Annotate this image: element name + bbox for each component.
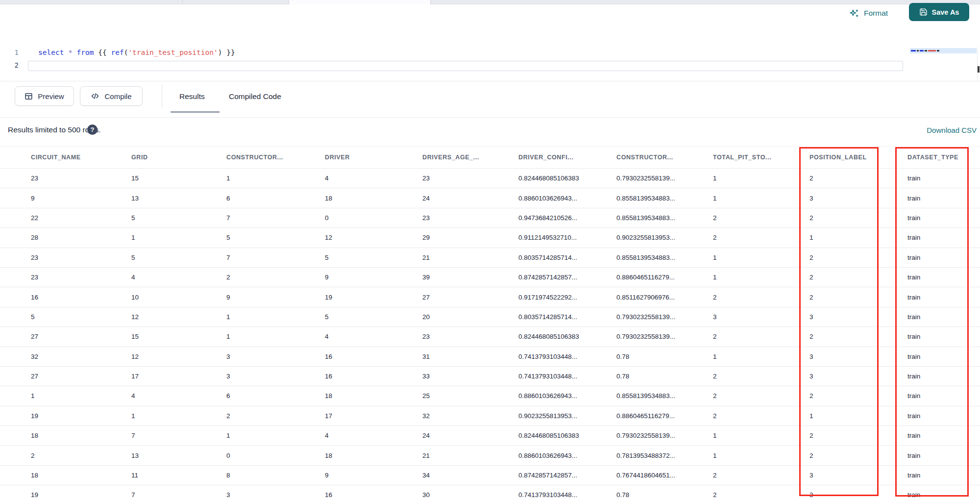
table-cell: 0.78 [586, 366, 682, 386]
table-cell: 4 [100, 267, 196, 287]
table-cell: 2 [0, 446, 100, 465]
table-cell: 33 [392, 366, 488, 386]
table-cell: 3 [196, 347, 294, 366]
table-row: 191217320.9023255813953...0.886046511627… [0, 406, 980, 425]
table-grid-icon [24, 92, 33, 100]
table-cell: 23 [392, 208, 488, 227]
table-cell: 29 [392, 228, 488, 248]
code-token-brace: {{ [98, 49, 106, 56]
table-row: 181189340.8742857142857...0.767441860465… [0, 465, 980, 485]
code-token-plain [94, 49, 98, 56]
sql-editor[interactable]: 1 2 select * from {{ ref('train_test_pos… [0, 24, 980, 81]
table-cell: 0.9112149532710... [488, 228, 586, 248]
table-cell: 12 [100, 347, 196, 366]
editor-scrollbar[interactable] [978, 66, 980, 73]
table-cell: 9 [196, 287, 294, 307]
table-cell: 1 [682, 248, 779, 267]
table-cell: 2 [779, 426, 877, 446]
table-cell: 0.824468085106383 [488, 426, 586, 446]
table-row: 14618250.8860103626943...0.8558139534883… [0, 386, 980, 406]
table-cell: 19 [0, 485, 100, 500]
table-cell: 15 [100, 169, 196, 188]
download-csv-link[interactable]: Download CSV [927, 126, 977, 134]
sparkles-icon [849, 8, 859, 19]
column-header: DRIVER [294, 147, 392, 169]
table-cell: 0.9473684210526... [488, 208, 586, 227]
table-cell: train [877, 406, 980, 425]
table-cell: 9 [294, 267, 392, 287]
table-cell: 0.9171974522292... [488, 287, 586, 307]
editor-right-border [977, 47, 978, 81]
table-cell: 18 [294, 446, 392, 465]
table-cell: 9 [0, 188, 100, 208]
table-row: 18714240.8244680851063830.7930232558139.… [0, 426, 980, 446]
table-cell: 3 [779, 188, 877, 208]
table-cell: train [877, 208, 980, 227]
table-cell: 0.8860103626943... [488, 188, 586, 208]
table-cell: train [877, 446, 980, 465]
table-cell: 2 [682, 228, 779, 248]
table-cell: train [877, 366, 980, 386]
table-cell: 18 [294, 386, 392, 406]
table-cell: 1 [682, 446, 779, 465]
table-cell: train [877, 327, 980, 347]
table-cell: 0.7413793103448... [488, 485, 586, 500]
table-cell: 1 [779, 406, 877, 425]
table-cell: train [877, 228, 980, 248]
code-minimap[interactable] [910, 48, 977, 81]
table-cell: 2 [682, 287, 779, 307]
table-cell: 16 [294, 485, 392, 500]
minimap-code-preview [910, 48, 977, 53]
table-cell: 32 [0, 347, 100, 366]
table-cell: train [877, 287, 980, 307]
table-cell: 0.8035714285714... [488, 248, 586, 267]
table-cell: 0.8035714285714... [488, 307, 586, 326]
code-token-plain [73, 49, 77, 56]
table-cell: 5 [0, 307, 100, 326]
table-row: 22570230.9473684210526...0.8558139534883… [0, 208, 980, 227]
code-token-keyword: from [77, 49, 94, 56]
table-cell: 24 [392, 188, 488, 208]
table-cell: 17 [100, 366, 196, 386]
table-row: 913618240.8860103626943...0.855813953488… [0, 188, 980, 208]
compile-button[interactable]: Compile [80, 86, 143, 106]
preview-button[interactable]: Preview [15, 86, 74, 106]
table-row: 2717316330.7413793103448...0.7823train [0, 366, 980, 386]
column-header: DATASET_TYPE [877, 147, 980, 169]
compile-button-label: Compile [104, 92, 131, 100]
table-cell: 0.9023255813953... [586, 228, 682, 248]
table-cell: 1 [196, 169, 294, 188]
table-cell: 2 [682, 208, 779, 227]
table-cell: 1 [682, 426, 779, 446]
column-header: CONSTRUCTOR... [586, 147, 682, 169]
table-cell: 2 [682, 366, 779, 386]
table-cell: 30 [392, 485, 488, 500]
tab-compiled-code[interactable]: Compiled Code [229, 92, 281, 101]
table-cell: 1 [100, 228, 196, 248]
table-cell: 16 [294, 347, 392, 366]
table-cell: 3 [779, 465, 877, 485]
format-button[interactable]: Format [849, 7, 888, 20]
table-row: 23429390.8742857142857...0.8860465116279… [0, 267, 980, 287]
sql-code-line[interactable]: select * from {{ ref('train_test_positio… [38, 49, 235, 56]
column-header: DRIVERS_AGE_... [392, 147, 488, 169]
table-cell: 7 [196, 208, 294, 227]
table-cell: 0.9023255813953... [488, 406, 586, 425]
active-browser-tab-edge[interactable] [289, 0, 431, 4]
column-header: DRIVER_CONFI... [488, 147, 586, 169]
code-token-brace: }} [226, 49, 235, 56]
save-as-button[interactable]: Save As [909, 3, 969, 21]
help-icon[interactable]: ? [87, 125, 98, 135]
preview-button-label: Preview [38, 92, 64, 100]
table-cell: 7 [100, 485, 196, 500]
format-button-label: Format [864, 9, 888, 18]
table-cell: 0.8558139534883... [586, 188, 682, 208]
column-header: POSITION_LABEL [779, 147, 877, 169]
table-cell: 0.7813953488372... [586, 446, 682, 465]
tab-results[interactable]: Results [179, 92, 205, 101]
table-cell: 0.78 [586, 485, 682, 500]
table-cell: 12 [294, 228, 392, 248]
table-row: 213018210.8860103626943...0.781395348837… [0, 446, 980, 465]
table-cell: 28 [0, 228, 100, 248]
table-cell: train [877, 267, 980, 287]
